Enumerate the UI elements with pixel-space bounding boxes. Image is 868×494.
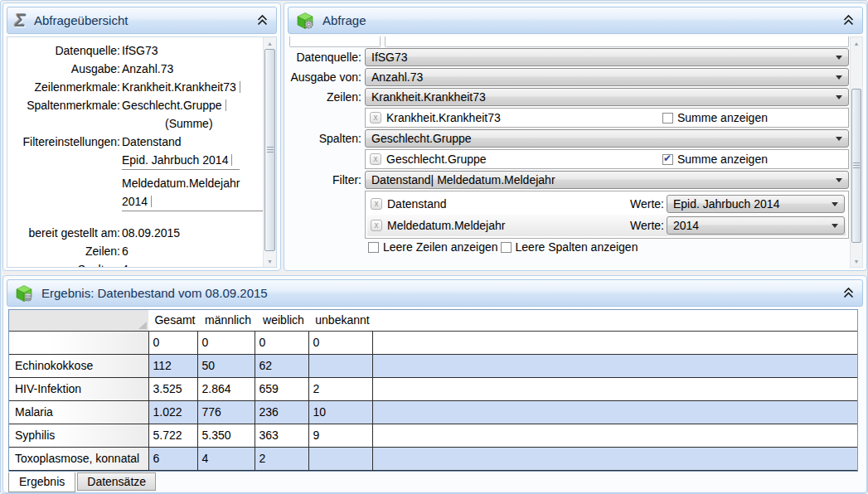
table-cell[interactable]: 3.525	[148, 377, 197, 400]
column-header[interactable]: Gesamt	[148, 310, 197, 331]
table-cell-empty	[372, 377, 857, 400]
spalten-select[interactable]: Geschlecht.Gruppe	[365, 129, 849, 148]
result-title: Ergebnis: Datenbestand vom 08.09.2015	[41, 286, 268, 300]
scrollbar-thumb[interactable]	[264, 49, 275, 251]
table-row: Syphilis5.7225.3503639	[9, 424, 857, 447]
datenquelle-select[interactable]: IfSG73	[365, 48, 849, 66]
leere-zeilen-checkbox[interactable]	[368, 242, 379, 253]
table-cell[interactable]: 236	[255, 400, 308, 424]
zeilen-select[interactable]: Krankheit.Krankheit73	[365, 88, 849, 106]
collapse-overview-button[interactable]	[256, 14, 269, 27]
row-label[interactable]: Malaria	[9, 400, 148, 424]
werte-datenstand-select[interactable]: Epid. Jahrbuch 2014	[667, 195, 845, 213]
scrolled-item-remnant	[385, 36, 849, 47]
ausgabe-select[interactable]: Anzahl.73	[365, 68, 849, 86]
dropdown-arrow-icon	[832, 202, 838, 206]
query-panel: Abfrage Datenquelle: IfSG73 Ausgabe von:	[284, 2, 867, 271]
double-chevron-up-icon	[256, 14, 269, 27]
table-cell[interactable]: 10	[308, 400, 372, 424]
table-cell[interactable]: 6	[148, 447, 197, 470]
query-title: Abfrage	[322, 13, 366, 27]
scroll-up-icon[interactable]: ▲	[851, 37, 862, 49]
column-header[interactable]	[372, 310, 857, 331]
overview-filter2: Meldedatum.Meldejahr 2014	[122, 174, 264, 211]
leere-spalten-checkbox[interactable]	[501, 242, 512, 253]
scroll-up-icon[interactable]: ▲	[264, 37, 276, 49]
spalten-summe-checkbox[interactable]	[662, 154, 673, 165]
sigma-icon: Σ	[15, 12, 26, 29]
dropdown-arrow-icon	[836, 178, 842, 182]
row-label[interactable]: Toxoplasmose, konnatal	[9, 447, 148, 470]
column-header[interactable]: unbekannt	[308, 310, 372, 331]
table-cell[interactable]: 0	[148, 331, 197, 354]
grip-icon	[267, 147, 274, 153]
table-cell[interactable]: 1.022	[148, 400, 197, 424]
query-scrollbar[interactable]: ▲ ▼	[850, 36, 863, 268]
remove-icon[interactable]: x	[370, 112, 381, 124]
table-cell[interactable]	[308, 354, 372, 377]
table-cell[interactable]: 2	[308, 377, 372, 400]
werte-meldejahr-select[interactable]: 2014	[667, 216, 845, 235]
zeilen-chipbox: x Krankheit.Krankheit73 Summe anzeigen	[365, 108, 849, 128]
overview-datenquelle-value: IfSG73	[120, 41, 259, 60]
spalten-chipbox: x Geschlecht.Gruppe Summe anzeigen	[365, 149, 849, 169]
table-cell[interactable]: 0	[255, 331, 308, 354]
query-header: Abfrage	[288, 7, 863, 34]
table-row: 0000	[9, 331, 857, 354]
row-label[interactable]: Syphilis	[9, 424, 148, 447]
collapse-query-button[interactable]	[842, 14, 855, 27]
table-cell[interactable]: 112	[148, 354, 197, 377]
row-label[interactable]	[9, 331, 148, 354]
overview-zeilen-label: Zeilen:	[9, 242, 120, 260]
dropdown-arrow-icon	[836, 75, 842, 80]
zeilen-summe-checkbox[interactable]	[662, 113, 673, 124]
table-row: Echinokokkose1125062	[9, 354, 857, 377]
table-cell[interactable]: 2	[255, 447, 308, 470]
table-cell[interactable]: 0	[308, 331, 372, 354]
query-datenquelle-label: Datenquelle:	[289, 51, 365, 64]
collapse-result-button[interactable]	[842, 287, 855, 299]
table-cell[interactable]: 2.864	[197, 377, 255, 400]
overview-spalten-label: Spalten:	[9, 260, 120, 268]
scrollbar-thumb[interactable]	[851, 89, 861, 243]
zeilen-chip-label: Krankheit.Krankheit73	[386, 111, 501, 124]
table-cell[interactable]: 5.722	[148, 424, 197, 447]
query-ausgabe-label: Ausgabe von:	[289, 70, 365, 84]
grip-icon	[853, 162, 860, 169]
remove-icon[interactable]: x	[370, 153, 381, 165]
table-cell[interactable]: 363	[255, 424, 308, 447]
table-cell[interactable]: 0	[197, 331, 255, 354]
table-cell[interactable]: 9	[308, 424, 372, 447]
column-header[interactable]: männlich	[197, 310, 255, 331]
double-chevron-up-icon	[842, 287, 855, 299]
table-corner-cell[interactable]	[9, 310, 148, 331]
remove-icon[interactable]: x	[371, 198, 382, 210]
row-label[interactable]: Echinokokkose	[9, 354, 148, 377]
scroll-down-icon[interactable]: ▼	[264, 255, 276, 267]
filter-row-datenstand: x Datenstand Werte: Epid. Jahrbuch 2014	[367, 193, 846, 215]
query-spalten-label: Spalten:	[289, 132, 365, 145]
filter-select[interactable]: Datenstand| Meldedatum.Meldejahr	[365, 171, 849, 189]
row-label[interactable]: HIV-Infektion	[9, 377, 148, 400]
scroll-down-icon[interactable]: ▼	[851, 255, 862, 267]
result-table-body: 0000Echinokokkose1125062HIV-Infektion3.5…	[9, 331, 857, 470]
result-panel: Ergebnis: Datenbestand vom 08.09.2015 Ge…	[2, 275, 867, 493]
filter-chip-label: Meldedatum.Meldejahr	[387, 219, 505, 232]
tab-datensaetze[interactable]: Datensätze	[77, 472, 156, 491]
overview-bereitgestellt-value: 08.09.2015	[120, 224, 259, 242]
table-cell[interactable]: 50	[197, 354, 255, 377]
table-cell[interactable]	[308, 447, 372, 470]
tab-ergebnis[interactable]: Ergebnis	[8, 472, 75, 492]
table-cell[interactable]: 4	[197, 447, 255, 470]
overview-scrollbar[interactable]: ▲ ▼	[263, 37, 276, 267]
table-cell[interactable]: 62	[255, 354, 308, 377]
dropdown-arrow-icon	[832, 224, 838, 228]
table-cell[interactable]: 776	[197, 400, 255, 424]
table-row: HIV-Infektion3.5252.8646592	[9, 377, 857, 400]
table-cell[interactable]: 5.350	[197, 424, 255, 447]
table-cell[interactable]: 659	[255, 377, 308, 400]
table-cell-empty	[372, 400, 857, 424]
column-header[interactable]: weiblich	[255, 310, 308, 331]
remove-icon[interactable]: x	[371, 220, 382, 231]
dropdown-arrow-icon	[836, 137, 842, 141]
